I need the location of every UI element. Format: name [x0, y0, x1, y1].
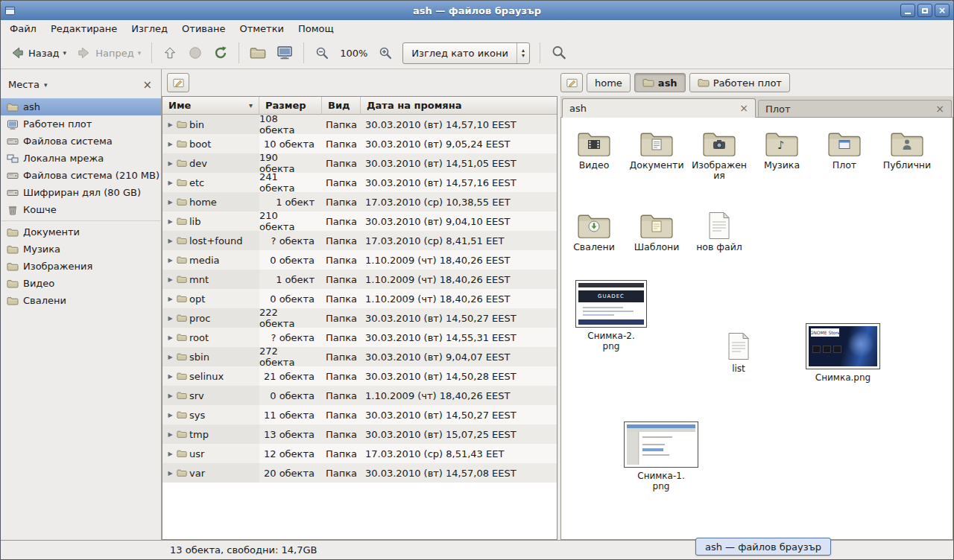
expander-icon[interactable]: ▶ — [166, 141, 174, 147]
expander-icon[interactable]: ▶ — [166, 315, 174, 322]
file-item-3[interactable]: Снимка-1.png — [622, 421, 700, 492]
file-item-1[interactable]: list — [715, 332, 762, 374]
expander-icon[interactable]: ▶ — [166, 392, 174, 399]
sidebar-item-12[interactable]: Свалени — [1, 292, 161, 309]
expander-icon[interactable]: ▶ — [166, 160, 174, 167]
icon-cell-1-1[interactable]: Шаблони — [625, 210, 688, 252]
expander-icon[interactable]: ▶ — [166, 451, 174, 457]
menu-item-1[interactable]: Редактиране — [44, 22, 124, 36]
expander-icon[interactable]: ▶ — [166, 238, 174, 244]
search-button[interactable] — [546, 41, 572, 65]
close-button[interactable]: × — [935, 4, 950, 17]
icon-cell-0-2[interactable]: Изображения — [688, 128, 751, 182]
tree-row[interactable]: ▶srv0 обектаПапка1.10.2009 (чт) 18,40,26… — [162, 386, 557, 405]
menu-item-0[interactable]: Файл — [3, 22, 43, 36]
tree-row[interactable]: ▶proc222 обектаПапка30.03.2010 (вт) 14,5… — [162, 308, 557, 328]
column-header-0[interactable]: Име▾ — [162, 97, 259, 115]
tree-row[interactable]: ▶opt0 обектаПапка1.10.2009 (чт) 18,40,26… — [162, 289, 557, 308]
titlebar[interactable]: ash — файлов браузър × — [1, 1, 953, 20]
sidebar-item-1[interactable]: Работен плот — [1, 115, 161, 133]
window-menu-icon[interactable] — [4, 5, 16, 16]
left-pane-location-toggle[interactable] — [167, 73, 189, 92]
tree-row[interactable]: ▶root? обектаПапка30.03.2010 (вт) 14,55,… — [162, 328, 557, 347]
tree-row[interactable]: ▶home1 обектПапка17.03.2010 (ср) 10,38,5… — [162, 192, 557, 211]
icon-cell-0-0[interactable]: Видео — [563, 128, 625, 182]
tree-row[interactable]: ▶dev190 обектаПапка30.03.2010 (вт) 14,51… — [162, 153, 557, 173]
tree-row[interactable]: ▶sys11 обектаПапка30.03.2010 (вт) 14,50,… — [162, 405, 557, 424]
view-mode-select[interactable]: Изглед като икони ▴▾ — [402, 42, 530, 64]
tab-1[interactable]: Плот× — [758, 100, 952, 117]
tree-row[interactable]: ▶media0 обектаПапка1.10.2009 (чт) 18,40,… — [162, 250, 557, 270]
reload-button[interactable] — [209, 42, 233, 64]
tree-row[interactable]: ▶tmp13 обектаПапка30.03.2010 (вт) 15,07,… — [162, 424, 557, 444]
minimize-button[interactable] — [900, 4, 915, 17]
expander-icon[interactable]: ▶ — [166, 179, 174, 186]
tree-row[interactable]: ▶boot10 обектаПапка30.03.2010 (вт) 9,05,… — [162, 134, 557, 153]
column-header-1[interactable]: Размер — [259, 97, 322, 115]
expander-icon[interactable]: ▶ — [166, 431, 174, 438]
computer-button[interactable] — [272, 41, 297, 65]
expander-icon[interactable]: ▶ — [166, 121, 174, 128]
zoom-in-button[interactable] — [373, 42, 397, 64]
column-header-3[interactable]: Дата на промяна — [361, 97, 557, 115]
zoom-out-button[interactable] — [310, 42, 334, 64]
stop-button[interactable] — [183, 42, 207, 64]
sidebar-item-5[interactable]: Шифриран дял (80 GB) — [1, 184, 161, 201]
tree-row[interactable]: ▶bin108 обектаПапка30.03.2010 (вт) 14,57… — [162, 115, 557, 134]
expander-icon[interactable]: ▶ — [166, 470, 174, 477]
expander-icon[interactable]: ▶ — [166, 334, 174, 341]
expander-icon[interactable]: ▶ — [166, 257, 174, 264]
sidebar-item-10[interactable]: Изображения — [1, 258, 161, 275]
sidebar-item-11[interactable]: Видео — [1, 275, 161, 292]
tree-row[interactable]: ▶selinux21 обектаПапка30.03.2010 (вт) 14… — [162, 366, 557, 386]
column-header-2[interactable]: Вид — [322, 97, 361, 115]
breadcrumb-2[interactable]: Работен плот — [689, 73, 790, 92]
tree-row[interactable]: ▶var20 обектаПапка30.03.2010 (вт) 14,57,… — [162, 463, 557, 483]
breadcrumb-1[interactable]: ash — [634, 73, 686, 92]
icon-cell-0-1[interactable]: Документи — [625, 128, 688, 182]
file-item-0[interactable]: GUADECСнимка-2.png — [572, 280, 650, 352]
taskbar-window-button[interactable]: ash — файлов браузър — [695, 538, 831, 556]
tree-row[interactable]: ▶lib210 обектаПапка30.03.2010 (вт) 9,04,… — [162, 211, 557, 231]
menu-item-3[interactable]: Отиване — [175, 22, 232, 36]
sidebar-item-3[interactable]: Локална мрежа — [1, 150, 161, 167]
menu-item-2[interactable]: Изглед — [124, 22, 174, 36]
home-button[interactable] — [245, 41, 271, 65]
breadcrumb-0[interactable]: home — [587, 73, 631, 92]
icon-cell-1-2[interactable]: нов файл — [688, 210, 751, 252]
back-button[interactable]: Назад ▾ — [5, 42, 71, 64]
menu-item-4[interactable]: Отметки — [233, 22, 290, 36]
sidebar-item-6[interactable]: Кошче — [1, 201, 161, 218]
right-pane-location-toggle[interactable] — [560, 73, 583, 92]
expander-icon[interactable]: ▶ — [166, 199, 174, 206]
places-selector[interactable]: Места ▾ — [8, 79, 47, 90]
menu-item-5[interactable]: Помощ — [291, 22, 341, 36]
expander-icon[interactable]: ▶ — [166, 218, 174, 225]
expander-icon[interactable]: ▶ — [166, 296, 174, 302]
expander-icon[interactable]: ▶ — [166, 276, 174, 283]
file-item-2[interactable]: GNOME StoreСнимка.png — [804, 323, 882, 383]
sidebar-item-4[interactable]: Файлова система (210 MB) — [1, 167, 161, 184]
tree-row[interactable]: ▶sbin272 обектаПапка30.03.2010 (вт) 9,04… — [162, 347, 557, 366]
icon-cell-1-0[interactable]: Свалени — [563, 210, 625, 252]
tree-row[interactable]: ▶usr12 обектаПапка17.03.2010 (ср) 8,51,4… — [162, 444, 557, 463]
expander-icon[interactable]: ▶ — [166, 373, 174, 380]
tree-row[interactable]: ▶mnt1 обектПапка1.10.2009 (чт) 18,40,26 … — [162, 270, 557, 289]
icon-cell-0-4[interactable]: Плот — [813, 128, 876, 182]
sidebar-item-2[interactable]: Файлова система — [1, 133, 161, 150]
maximize-button[interactable] — [917, 4, 932, 17]
sidebar-item-8[interactable]: Документи — [1, 223, 161, 241]
tab-0[interactable]: ash× — [562, 98, 756, 118]
zoom-level[interactable]: 100% — [335, 48, 372, 59]
sidebar-item-9[interactable]: Музика — [1, 241, 161, 258]
tree-row[interactable]: ▶lost+found? обектаПапка17.03.2010 (ср) … — [162, 231, 557, 250]
tab-close-icon[interactable]: × — [935, 104, 944, 113]
forward-button[interactable]: Напред ▾ — [72, 42, 145, 64]
sidebar-close-button[interactable]: × — [139, 80, 155, 89]
icon-cell-0-3[interactable]: ♪Музика — [751, 128, 813, 182]
sidebar-item-0[interactable]: ash — [1, 98, 161, 115]
tab-close-icon[interactable]: × — [739, 104, 748, 112]
up-button[interactable] — [158, 42, 182, 64]
expander-icon[interactable]: ▶ — [166, 412, 174, 419]
icon-cell-0-5[interactable]: Публични — [876, 128, 938, 182]
